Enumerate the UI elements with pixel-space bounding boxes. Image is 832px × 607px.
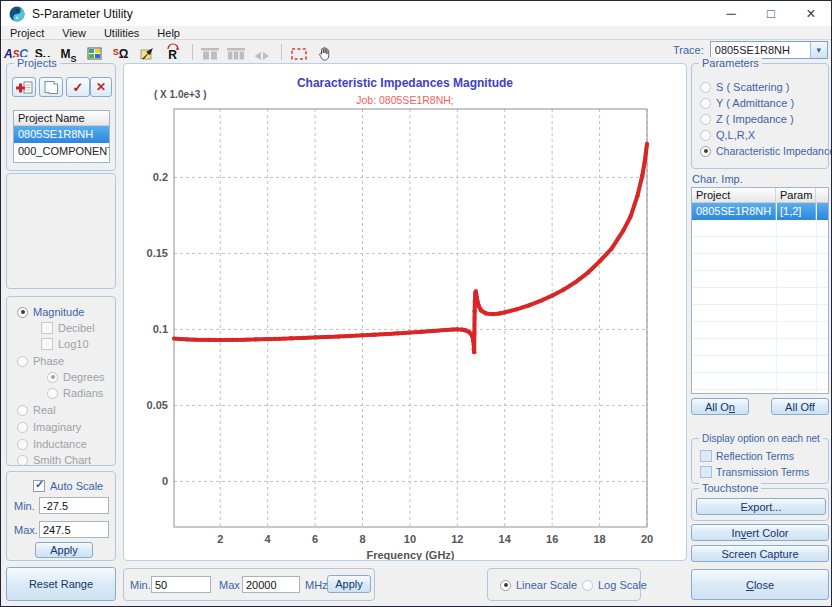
log-scale-radio[interactable] bbox=[582, 580, 593, 591]
s-parameter-utility-window: S-Parameter Utility ─ □ × Project View U… bbox=[0, 0, 832, 607]
magnitude-radio[interactable] bbox=[17, 307, 28, 318]
freq-max-input[interactable] bbox=[242, 576, 300, 593]
projects-title: Projects bbox=[14, 57, 60, 70]
svg-text:12: 12 bbox=[451, 533, 463, 545]
chart-panel: Characteristic Impedances Magnitude Job:… bbox=[123, 63, 687, 561]
invert-color-button[interactable]: Invert Color bbox=[691, 524, 829, 541]
qlrx-label: Q,L,R,X bbox=[716, 129, 755, 141]
smith-chart-radio[interactable] bbox=[17, 455, 28, 466]
pan-hand-icon[interactable] bbox=[313, 42, 336, 62]
svg-text:0.1: 0.1 bbox=[153, 323, 168, 335]
imaginary-radio[interactable] bbox=[17, 422, 28, 433]
table-vline bbox=[816, 203, 817, 393]
s-scattering-radio[interactable] bbox=[700, 82, 711, 93]
y-max-label: Max. bbox=[14, 524, 38, 536]
column-filler bbox=[816, 188, 828, 202]
char-imp-row[interactable]: 0805SE1R8NH [1,2] bbox=[692, 203, 828, 220]
svg-text:Frequency (GHz): Frequency (GHz) bbox=[366, 549, 454, 560]
svg-text:4: 4 bbox=[265, 533, 272, 545]
svg-text:0: 0 bbox=[162, 475, 168, 487]
column-param[interactable]: Param bbox=[776, 188, 816, 202]
parameters-title: Parameters bbox=[699, 57, 762, 70]
imaginary-label: Imaginary bbox=[33, 421, 81, 433]
reset-range-button[interactable]: Reset Range bbox=[6, 567, 116, 601]
all-on-button[interactable]: All On bbox=[691, 398, 749, 415]
menu-help[interactable]: Help bbox=[148, 26, 189, 39]
degrees-radio[interactable] bbox=[47, 372, 58, 383]
auto-scale-checkbox[interactable] bbox=[33, 480, 45, 492]
char-imp-table-header: Project Param bbox=[692, 188, 828, 203]
columns-2-icon bbox=[198, 42, 221, 62]
close-window-button[interactable]: × bbox=[791, 1, 831, 26]
radians-radio[interactable] bbox=[47, 388, 58, 399]
svg-text:10: 10 bbox=[404, 533, 416, 545]
qlrx-radio[interactable] bbox=[700, 130, 711, 141]
reflection-terms-checkbox[interactable] bbox=[700, 450, 712, 462]
decibel-checkbox[interactable] bbox=[41, 322, 53, 334]
log-scale-label: Log Scale bbox=[598, 579, 647, 591]
phase-label: Phase bbox=[33, 355, 64, 367]
magnitude-label: Magnitude bbox=[33, 306, 84, 318]
delete-x-icon: ✕ bbox=[96, 81, 106, 94]
phase-radio[interactable] bbox=[17, 356, 28, 367]
columns-3-icon bbox=[224, 42, 247, 62]
marker-arrow-icon[interactable] bbox=[135, 42, 158, 62]
menu-view[interactable]: View bbox=[53, 26, 95, 39]
apply-project-button[interactable]: ✓ bbox=[66, 77, 90, 97]
y-scale-apply-button[interactable]: Apply bbox=[35, 542, 93, 558]
freq-min-label: Min. bbox=[130, 579, 151, 591]
inductance-radio[interactable] bbox=[17, 439, 28, 450]
minimize-button[interactable]: ─ bbox=[711, 1, 751, 26]
close-button[interactable]: Close bbox=[691, 569, 829, 600]
svg-text:8: 8 bbox=[359, 533, 365, 545]
freq-apply-button[interactable]: Apply bbox=[327, 575, 371, 593]
freq-min-input[interactable] bbox=[151, 576, 211, 593]
menu-bar: Project View Utilities Help bbox=[1, 26, 831, 40]
project-list-item[interactable]: 000_COMPONENT_D. bbox=[14, 143, 109, 160]
linear-scale-radio[interactable] bbox=[500, 580, 511, 591]
zoom-region-icon[interactable] bbox=[287, 42, 310, 62]
add-project-button[interactable] bbox=[12, 77, 36, 97]
freq-max-label: Max bbox=[219, 579, 240, 591]
auto-scale-label: Auto Scale bbox=[50, 480, 103, 492]
svg-text:18: 18 bbox=[593, 533, 605, 545]
check-icon: ✓ bbox=[73, 81, 84, 94]
column-project[interactable]: Project bbox=[692, 188, 776, 202]
spreadsheet-icon[interactable] bbox=[83, 42, 106, 62]
y-min-input[interactable] bbox=[39, 497, 109, 514]
y-admittance-label: Y ( Admittance ) bbox=[716, 97, 794, 109]
duplicate-project-button[interactable] bbox=[39, 77, 63, 97]
svg-text:20: 20 bbox=[641, 533, 653, 545]
screen-capture-button[interactable]: Screen Capture bbox=[691, 545, 829, 562]
chevron-down-icon[interactable]: ▾ bbox=[810, 42, 827, 58]
menu-utilities[interactable]: Utilities bbox=[95, 26, 148, 39]
svg-text:0.15: 0.15 bbox=[147, 247, 168, 259]
export-button[interactable]: Export... bbox=[696, 498, 826, 515]
project-list-header[interactable]: Project Name bbox=[14, 111, 109, 126]
touchstone-groupbox: Touchstone Export... bbox=[691, 488, 829, 521]
log10-checkbox[interactable] bbox=[41, 338, 53, 350]
maximize-button[interactable]: □ bbox=[751, 1, 791, 26]
m-to-s-icon[interactable]: MS bbox=[57, 42, 80, 62]
char-impedance-radio[interactable] bbox=[700, 146, 711, 157]
y-admittance-radio[interactable] bbox=[700, 98, 711, 109]
real-radio[interactable] bbox=[17, 405, 28, 416]
delete-project-button[interactable]: ✕ bbox=[90, 77, 112, 97]
z-impedance-label: Z ( Impedance ) bbox=[716, 113, 794, 125]
app-logo-icon bbox=[9, 6, 25, 22]
menu-project[interactable]: Project bbox=[1, 26, 53, 39]
all-off-button[interactable]: All Off bbox=[771, 398, 829, 415]
axis-scale-bar: Linear Scale Log Scale bbox=[487, 568, 641, 601]
s-scattering-label: S ( Scattering ) bbox=[716, 81, 789, 93]
rlc-extract-icon[interactable]: R bbox=[161, 42, 184, 62]
s-to-z-icon[interactable]: SΩ bbox=[109, 42, 132, 62]
z-impedance-radio[interactable] bbox=[700, 114, 711, 125]
impedance-plot: 246810121416182000.050.10.150.2Frequency… bbox=[124, 64, 686, 560]
project-list-item[interactable]: 0805SE1R8NH bbox=[14, 126, 109, 143]
toolbar-separator bbox=[192, 44, 193, 60]
char-imp-row-project: 0805SE1R8NH bbox=[692, 203, 776, 220]
y-max-input[interactable] bbox=[39, 521, 109, 538]
duplicate-project-icon bbox=[43, 80, 59, 95]
transmission-terms-checkbox[interactable] bbox=[700, 466, 712, 478]
char-imp-label: Char. Imp. bbox=[692, 173, 743, 185]
